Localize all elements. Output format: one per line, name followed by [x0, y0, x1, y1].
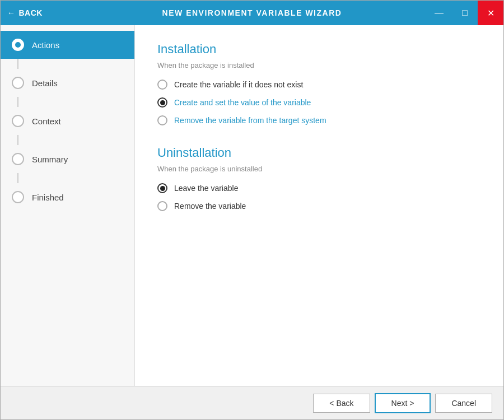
- maximize-button[interactable]: □: [452, 1, 478, 25]
- radio-outer-2: [157, 97, 167, 108]
- footer: < Back Next > Cancel: [1, 386, 503, 419]
- radio-outer-5: [157, 201, 167, 211]
- next-button[interactable]: Next >: [375, 393, 431, 413]
- radio-leave-variable[interactable]: Leave the variable: [157, 183, 481, 193]
- installation-title: Installation: [157, 42, 481, 57]
- step-circle-summary: [12, 153, 24, 165]
- installation-options: Create the variable if it does not exist…: [157, 80, 481, 125]
- radio-label-3: Remove the variable from the target syst…: [174, 116, 326, 125]
- back-arrow-icon: ←: [7, 8, 16, 17]
- radio-create-and-set[interactable]: Create and set the value of the variable: [157, 97, 481, 108]
- connector-2: [17, 97, 18, 107]
- radio-label-4: Leave the variable: [174, 184, 238, 193]
- sidebar-label-details: Details: [32, 78, 58, 88]
- step-circle-actions: [12, 39, 24, 51]
- minimize-button[interactable]: —: [426, 1, 452, 25]
- step-circle-context: [12, 115, 24, 127]
- main-content: Installation When the package is install…: [135, 25, 503, 386]
- radio-outer-1: [157, 80, 167, 90]
- radio-remove-variable[interactable]: Remove the variable from the target syst…: [157, 115, 481, 125]
- radio-remove-variable-uninstall[interactable]: Remove the variable: [157, 201, 481, 211]
- back-label: BACK: [19, 8, 43, 17]
- cancel-button[interactable]: Cancel: [435, 394, 492, 413]
- uninstallation-title: Uninstallation: [157, 146, 481, 160]
- titlebar-left: ← BACK: [7, 8, 43, 17]
- radio-inner-2: [160, 100, 165, 105]
- sidebar-item-finished[interactable]: Finished: [1, 183, 134, 211]
- sidebar-label-actions: Actions: [32, 40, 59, 50]
- close-button[interactable]: ✕: [478, 1, 503, 25]
- connector-4: [17, 173, 18, 183]
- back-button[interactable]: ← BACK: [7, 8, 43, 17]
- sidebar-label-finished: Finished: [32, 193, 64, 202]
- radio-inner-4: [160, 186, 165, 191]
- radio-label-2: Create and set the value of the variable: [174, 98, 311, 107]
- radio-create-if-not-exist[interactable]: Create the variable if it does not exist: [157, 80, 481, 90]
- radio-outer-4: [157, 183, 167, 193]
- sidebar-label-context: Context: [32, 116, 61, 126]
- titlebar-controls: — □ ✕: [426, 1, 503, 25]
- content-area: Actions Details Context Summary: [1, 25, 503, 386]
- step-circle-details: [12, 77, 24, 89]
- back-footer-button[interactable]: < Back: [313, 394, 370, 413]
- sidebar-item-context[interactable]: Context: [1, 107, 134, 135]
- radio-label-5: Remove the variable: [174, 202, 246, 211]
- sidebar-label-summary: Summary: [32, 155, 68, 164]
- sidebar-item-summary[interactable]: Summary: [1, 145, 134, 173]
- uninstallation-subtitle: When the package is uninstalled: [157, 165, 481, 173]
- maximize-icon: □: [462, 8, 468, 18]
- minimize-icon: —: [435, 8, 444, 18]
- connector-3: [17, 135, 18, 145]
- radio-outer-3: [157, 115, 167, 125]
- sidebar-item-details[interactable]: Details: [1, 69, 134, 97]
- installation-subtitle: When the package is installed: [157, 61, 481, 69]
- radio-label-1: Create the variable if it does not exist: [174, 80, 303, 89]
- window-title: NEW ENVIRONMENT VARIABLE WIZARD: [162, 8, 342, 17]
- window: ← BACK NEW ENVIRONMENT VARIABLE WIZARD —…: [0, 0, 504, 420]
- step-circle-finished: [12, 191, 24, 203]
- uninstallation-options: Leave the variable Remove the variable: [157, 183, 481, 211]
- close-icon: ✕: [487, 8, 494, 18]
- titlebar: ← BACK NEW ENVIRONMENT VARIABLE WIZARD —…: [1, 1, 503, 25]
- sidebar-item-actions[interactable]: Actions: [1, 31, 134, 59]
- sidebar: Actions Details Context Summary: [1, 25, 135, 386]
- connector-1: [17, 59, 18, 69]
